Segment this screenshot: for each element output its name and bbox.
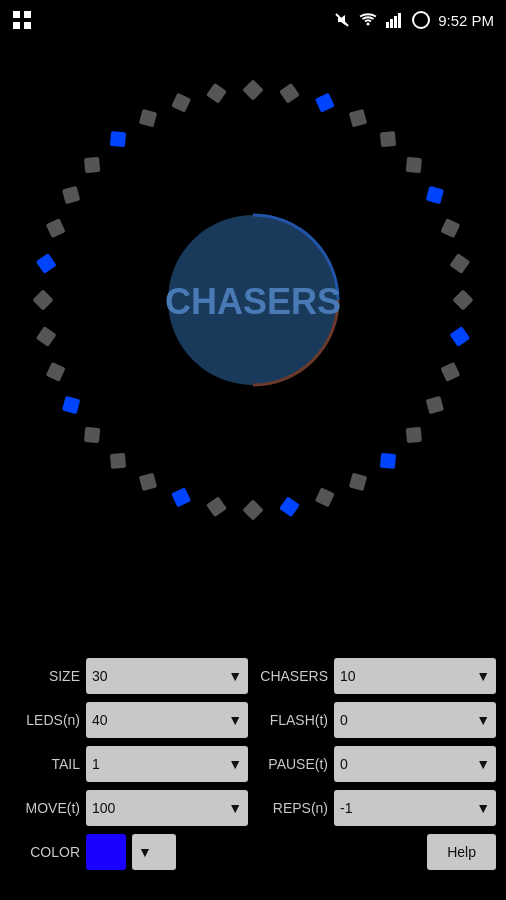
svg-rect-17 <box>440 218 460 238</box>
svg-rect-38 <box>36 253 57 274</box>
size-chevron: ▼ <box>228 668 242 684</box>
logo-text: CHASERS <box>165 281 341 322</box>
svg-rect-18 <box>449 253 470 274</box>
svg-point-9 <box>413 12 429 28</box>
leds-label: LEDS(n) <box>10 712 80 728</box>
flash-value: 0 <box>340 712 348 728</box>
svg-rect-28 <box>242 499 263 520</box>
svg-rect-22 <box>426 396 444 414</box>
pause-value: 0 <box>340 756 348 772</box>
svg-rect-13 <box>349 109 367 127</box>
led-ring-svg: CHASERS <box>23 70 483 530</box>
flash-select[interactable]: 0 ▼ <box>334 702 496 738</box>
leds-chevron: ▼ <box>228 712 242 728</box>
svg-rect-41 <box>84 157 100 173</box>
leds-value: 40 <box>92 712 108 728</box>
status-left-icons <box>12 10 32 30</box>
svg-rect-27 <box>279 496 300 517</box>
svg-rect-11 <box>279 83 300 104</box>
signal-icon <box>386 12 404 28</box>
battery-icon <box>412 11 430 29</box>
reps-select[interactable]: -1 ▼ <box>334 790 496 826</box>
svg-rect-5 <box>386 22 389 28</box>
pause-row: PAUSE(t) 0 ▼ <box>258 746 496 782</box>
chasers-row: CHASERS 10 ▼ <box>258 658 496 694</box>
flash-label: FLASH(t) <box>258 712 328 728</box>
pause-chevron: ▼ <box>476 756 490 772</box>
move-row: MOVE(t) 100 ▼ <box>10 790 248 826</box>
svg-rect-7 <box>394 16 397 28</box>
tail-row: TAIL 1 ▼ <box>10 746 248 782</box>
reps-row: REPS(n) -1 ▼ <box>258 790 496 826</box>
ring-container: CHASERS <box>23 70 483 530</box>
leds-row: LEDS(n) 40 ▼ <box>10 702 248 738</box>
reps-label: REPS(n) <box>258 800 328 816</box>
grid-icon <box>12 10 32 30</box>
svg-rect-31 <box>139 473 157 491</box>
leds-select[interactable]: 40 ▼ <box>86 702 248 738</box>
color-label: COLOR <box>10 844 80 860</box>
move-select[interactable]: 100 ▼ <box>86 790 248 826</box>
svg-rect-10 <box>242 79 263 100</box>
move-value: 100 <box>92 800 115 816</box>
svg-rect-15 <box>406 157 422 173</box>
tail-select[interactable]: 1 ▼ <box>86 746 248 782</box>
svg-rect-23 <box>406 427 422 443</box>
svg-rect-21 <box>440 362 460 382</box>
svg-rect-34 <box>62 396 80 414</box>
reps-chevron: ▼ <box>476 800 490 816</box>
tail-label: TAIL <box>10 756 80 772</box>
chasers-label: CHASERS <box>258 668 328 684</box>
flash-chevron: ▼ <box>476 712 490 728</box>
svg-rect-45 <box>206 83 227 104</box>
pause-label: PAUSE(t) <box>258 756 328 772</box>
svg-rect-42 <box>110 131 126 147</box>
svg-rect-37 <box>32 289 53 310</box>
svg-rect-3 <box>24 22 31 29</box>
chasers-chevron: ▼ <box>476 668 490 684</box>
size-row: SIZE 30 ▼ <box>10 658 248 694</box>
svg-rect-39 <box>46 218 66 238</box>
controls-area: SIZE 30 ▼ CHASERS 10 ▼ LEDS(n) 40 ▼ FLAS… <box>0 658 506 870</box>
mute-icon <box>334 12 350 28</box>
svg-rect-36 <box>36 326 57 347</box>
svg-rect-16 <box>426 186 444 204</box>
svg-rect-44 <box>171 93 191 113</box>
wifi-icon <box>358 12 378 28</box>
svg-rect-24 <box>380 453 396 469</box>
svg-rect-43 <box>139 109 157 127</box>
svg-rect-2 <box>13 22 20 29</box>
tail-chevron: ▼ <box>228 756 242 772</box>
svg-rect-26 <box>315 487 335 507</box>
color-dropdown[interactable]: ▼ <box>132 834 176 870</box>
svg-rect-8 <box>398 13 401 28</box>
help-button[interactable]: Help <box>427 834 496 870</box>
svg-rect-12 <box>315 93 335 113</box>
color-swatch[interactable] <box>86 834 126 870</box>
chasers-select[interactable]: 10 ▼ <box>334 658 496 694</box>
move-chevron: ▼ <box>228 800 242 816</box>
color-chevron: ▼ <box>138 844 152 860</box>
svg-rect-32 <box>110 453 126 469</box>
controls-grid: SIZE 30 ▼ CHASERS 10 ▼ LEDS(n) 40 ▼ FLAS… <box>10 658 496 870</box>
time-display: 9:52 PM <box>438 12 494 29</box>
size-label: SIZE <box>10 668 80 684</box>
svg-rect-0 <box>13 11 20 18</box>
size-select[interactable]: 30 ▼ <box>86 658 248 694</box>
size-value: 30 <box>92 668 108 684</box>
svg-rect-35 <box>46 362 66 382</box>
svg-rect-6 <box>390 19 393 28</box>
svg-rect-40 <box>62 186 80 204</box>
color-row: COLOR ▼ <box>10 834 248 870</box>
svg-rect-14 <box>380 131 396 147</box>
pause-select[interactable]: 0 ▼ <box>334 746 496 782</box>
svg-rect-20 <box>449 326 470 347</box>
svg-rect-29 <box>206 496 227 517</box>
move-label: MOVE(t) <box>10 800 80 816</box>
svg-rect-19 <box>452 289 473 310</box>
tail-value: 1 <box>92 756 100 772</box>
svg-rect-30 <box>171 487 191 507</box>
status-right-icons: 9:52 PM <box>334 11 494 29</box>
svg-rect-25 <box>349 473 367 491</box>
help-row: Help <box>258 834 496 870</box>
